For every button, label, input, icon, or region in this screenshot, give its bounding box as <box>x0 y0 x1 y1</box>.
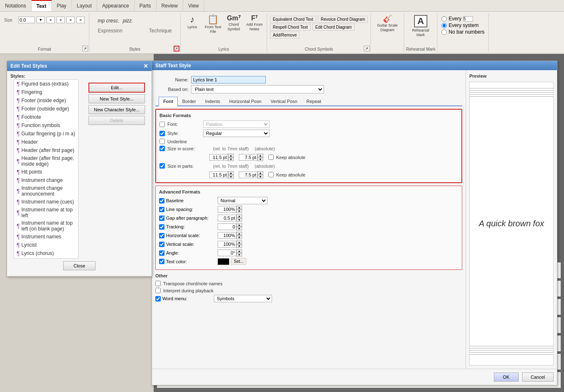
panel-close-icon[interactable]: ✕ <box>143 63 148 69</box>
underline-checkbox[interactable] <box>159 139 165 144</box>
new-char-style-btn[interactable]: New Character Style... <box>88 105 145 114</box>
font-select[interactable]: Palatino <box>203 120 270 128</box>
list-item-instrument-name-cues[interactable]: ¶Instrument name (cues) <box>14 198 78 206</box>
tab-appearance[interactable]: Appearance <box>97 0 135 11</box>
lyrics-btn[interactable]: ♪ Lyrics <box>183 14 201 30</box>
vert-scale-checkbox[interactable] <box>159 242 164 247</box>
tab-play[interactable]: Play <box>52 0 72 11</box>
tab-parts[interactable]: Parts <box>135 0 157 11</box>
ls-down[interactable]: ▼ <box>236 209 242 213</box>
list-item-footer-outside[interactable]: ¶Footer (outside edge) <box>14 105 78 113</box>
tab-vert-posn[interactable]: Vertical Posn <box>266 97 302 105</box>
list-item-hit-points[interactable]: ¶Hit points <box>14 168 78 176</box>
list-item-lyrics-chorus[interactable]: ¶Lyrics (chorus) <box>14 249 78 257</box>
size-in-parts-checkbox[interactable] <box>159 163 165 169</box>
ls-up[interactable]: ▲ <box>236 206 242 209</box>
size-score-abs-input[interactable] <box>239 154 257 161</box>
guitar-scale-btn[interactable]: 🎸 Guitar ScaleDiagram <box>375 14 400 33</box>
horiz-scale-checkbox[interactable] <box>159 233 164 238</box>
panel-close-button[interactable]: Close <box>63 261 96 270</box>
list-item-footer-inside[interactable]: ¶Footer (inside edge) <box>14 96 78 105</box>
size-dropdown[interactable]: ▼ <box>37 17 45 23</box>
size-score-abs-up[interactable]: ▲ <box>257 154 263 157</box>
size-score-rel-down[interactable]: ▼ <box>228 157 234 161</box>
based-on-select[interactable]: Plain text <box>191 85 324 93</box>
tab-view[interactable]: View <box>183 0 204 11</box>
tab-repeat[interactable]: Repeat <box>302 97 326 105</box>
gp-down[interactable]: ▼ <box>236 218 242 222</box>
word-menu-select[interactable]: Symbols <box>214 295 272 302</box>
transpose-chord-checkbox[interactable] <box>155 281 161 286</box>
size-parts-abs-down[interactable]: ▼ <box>257 175 263 179</box>
text-color-checkbox[interactable] <box>159 259 164 264</box>
line-spacing-input[interactable] <box>218 206 236 213</box>
align-right-btn[interactable]: ≡ <box>66 17 75 23</box>
gap-paragraph-input[interactable] <box>218 215 236 221</box>
styles-expand-btn[interactable]: ↗ <box>174 46 179 51</box>
tracking-checkbox[interactable] <box>159 224 164 230</box>
bar-every-system-radio[interactable] <box>441 23 447 28</box>
equiv-chord-text-btn[interactable]: Equivalent Chord Text <box>270 16 316 23</box>
align-justify-btn[interactable]: ≡ <box>76 17 85 23</box>
horiz-scale-input[interactable] <box>218 232 236 239</box>
keep-absolute-2-checkbox[interactable] <box>268 172 274 177</box>
vs-down[interactable]: ▼ <box>236 244 242 248</box>
vs-up[interactable]: ▲ <box>236 240 242 244</box>
list-item-header[interactable]: ¶Header <box>14 138 78 146</box>
edit-btn[interactable]: Edit... <box>88 83 145 93</box>
tab-horiz-posn[interactable]: Horizontal Posn <box>225 97 266 105</box>
size-parts-rel-down[interactable]: ▼ <box>228 175 234 179</box>
tr-up[interactable]: ▲ <box>236 223 242 227</box>
from-text-file-btn[interactable]: 📋 From TextFile <box>203 14 223 35</box>
gp-up[interactable]: ▲ <box>236 214 242 218</box>
tab-indents[interactable]: Indents <box>201 97 225 105</box>
size-parts-rel-up[interactable]: ▲ <box>228 171 234 175</box>
size-input[interactable] <box>18 17 35 23</box>
styles-list[interactable]: ¶Figured bass (extras) ¶Fingering ¶Foote… <box>14 79 78 259</box>
tab-text[interactable]: Text <box>32 0 52 11</box>
format-expand-btn[interactable]: ↗ <box>82 46 88 51</box>
style-checkbox[interactable] <box>159 131 165 136</box>
list-item-header-after-first-inside[interactable]: ¶Header (after first page, inside edge) <box>14 154 78 168</box>
list-item-instrument-change[interactable]: ¶Instrument change <box>14 176 78 184</box>
size-score-rel-up[interactable]: ▲ <box>228 154 234 157</box>
tr-down[interactable]: ▼ <box>236 227 242 230</box>
tab-font[interactable]: Font <box>159 97 178 106</box>
ok-button[interactable]: OK <box>494 372 519 382</box>
cancel-button[interactable]: Cancel <box>522 372 554 382</box>
list-item-instrument-name-top-left-blank[interactable]: ¶Instrument name at top left (on blank p… <box>14 219 78 233</box>
size-score-rel-input[interactable] <box>209 154 228 161</box>
revoice-chord-btn[interactable]: Revoice Chord Diagram <box>318 16 368 23</box>
chord-expand-btn[interactable]: ↗ <box>364 46 370 51</box>
list-item-footnote[interactable]: ¶Footnote <box>14 113 78 121</box>
bar-every-radio[interactable] <box>441 16 447 22</box>
hs-up[interactable]: ▲ <box>236 232 242 235</box>
add-from-notes-btn[interactable]: F⁷ Add FromNotes <box>245 14 265 32</box>
line-spacing-checkbox[interactable] <box>159 207 164 212</box>
list-item-instrument-names[interactable]: ¶Instrument names <box>14 233 78 241</box>
tab-border[interactable]: Border <box>178 97 201 105</box>
align-center-btn[interactable]: ≡ <box>56 17 65 23</box>
bar-every-value[interactable] <box>463 16 473 22</box>
size-parts-abs-up[interactable]: ▲ <box>257 171 263 175</box>
respell-chord-btn[interactable]: Respell Chord Text <box>270 24 311 31</box>
interpret-playback-checkbox[interactable] <box>155 288 161 293</box>
list-item-instrument-change-announce[interactable]: ¶Instrument change announcement <box>14 184 78 198</box>
tracking-input[interactable] <box>218 223 236 230</box>
list-item-figured-bass[interactable]: ¶Figured bass (extras) <box>14 80 78 88</box>
tab-layout[interactable]: Layout <box>72 0 97 11</box>
gap-paragraph-checkbox[interactable] <box>159 216 164 221</box>
an-up[interactable]: ▲ <box>236 249 242 253</box>
size-parts-rel-input[interactable] <box>209 172 228 178</box>
list-item-header-after-first[interactable]: ¶Header (after first page) <box>14 146 78 154</box>
delete-btn[interactable]: Delete <box>88 116 145 125</box>
font-checkbox[interactable] <box>159 122 165 127</box>
baseline-select[interactable]: Normal <box>218 197 267 204</box>
size-in-score-checkbox[interactable] <box>159 146 165 151</box>
chord-symbol-btn[interactable]: Gm⁷ ChordSymbol <box>225 14 243 32</box>
angle-input[interactable] <box>218 250 236 256</box>
list-item-guitar-fingering[interactable]: ¶Guitar fingering (p i m a) <box>14 130 78 138</box>
rehearsal-mark-btn[interactable]: A RehearsalMark <box>410 14 431 38</box>
keep-absolute-1-checkbox[interactable] <box>268 154 274 160</box>
word-menu-checkbox[interactable] <box>155 296 161 301</box>
